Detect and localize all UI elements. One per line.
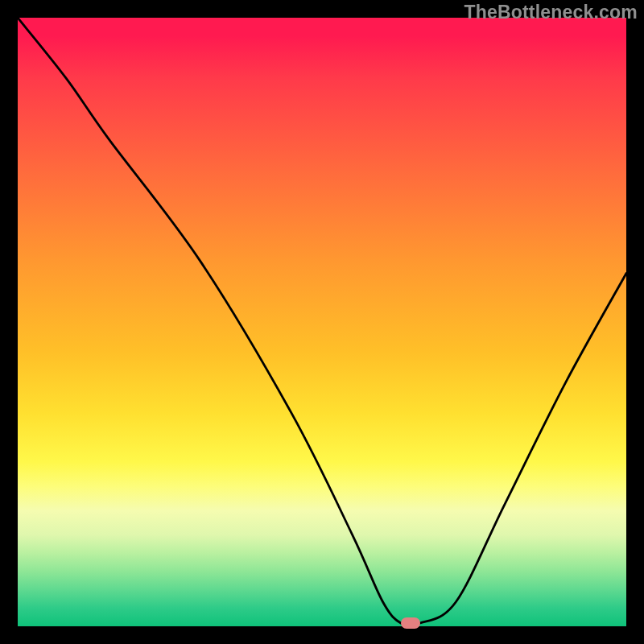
- bottleneck-curve: [18, 18, 626, 626]
- optimal-point-marker: [401, 617, 420, 629]
- watermark-text: TheBottleneck.com: [464, 2, 638, 23]
- chart-container: TheBottleneck.com: [0, 0, 644, 644]
- plot-area: [18, 18, 626, 626]
